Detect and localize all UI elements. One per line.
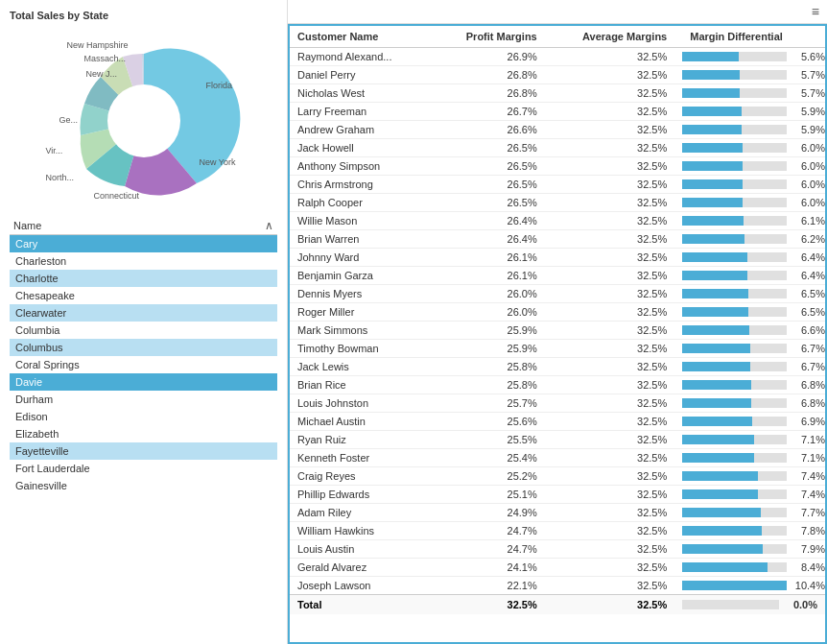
- table-body: Raymond Alexand... 26.9% 32.5% 5.6% Dani…: [290, 48, 825, 595]
- bar-fill: [682, 198, 743, 207]
- list-item[interactable]: Chesapeake: [10, 287, 277, 304]
- list-item[interactable]: Charleston: [10, 252, 277, 270]
- cell-avg: 32.5%: [545, 84, 675, 103]
- cell-avg: 32.5%: [545, 249, 675, 267]
- cell-avg: 32.5%: [545, 139, 675, 157]
- table-row: Brian Warren 26.4% 32.5% 6.2%: [290, 230, 825, 249]
- cell-name: Louis Johnston: [290, 394, 433, 413]
- cell-profit: 26.5%: [433, 139, 545, 157]
- bar-bg: [682, 307, 787, 317]
- bar-bg: [682, 52, 787, 61]
- cell-name: Brian Rice: [290, 376, 433, 394]
- table-row: Mark Simmons 25.9% 32.5% 6.6%: [290, 322, 825, 340]
- bar-bg: [682, 581, 787, 590]
- list-item[interactable]: Columbus: [10, 339, 277, 356]
- cell-diff: 5.9%: [674, 103, 825, 121]
- list-item[interactable]: Columbia: [10, 322, 277, 339]
- cell-avg: 32.5%: [545, 285, 675, 303]
- table-header-row: Customer Name Profit Margins Average Mar…: [290, 26, 825, 48]
- cell-profit: 25.7%: [433, 394, 545, 413]
- list-item[interactable]: Charlotte: [10, 270, 277, 287]
- diff-value: 6.0%: [791, 179, 825, 190]
- bar-fill: [682, 125, 742, 134]
- cell-avg: 32.5%: [545, 486, 675, 504]
- table-row: Willie Mason 26.4% 32.5% 6.1%: [290, 212, 825, 230]
- cell-name: Joseph Lawson: [290, 577, 433, 595]
- table-row: Benjamin Garza 26.1% 32.5% 6.4%: [290, 267, 825, 285]
- list-item[interactable]: Elizabeth: [10, 425, 277, 442]
- diff-value: 6.0%: [791, 160, 825, 172]
- table-row: Timothy Bowman 25.9% 32.5% 6.7%: [290, 340, 825, 358]
- bar-bg: [682, 252, 787, 262]
- list-item[interactable]: Davie: [10, 373, 277, 391]
- bar-bg: [682, 271, 787, 280]
- diff-value: 5.7%: [791, 69, 825, 81]
- cell-profit: 24.1%: [433, 559, 545, 577]
- label-new-jersey: New J...: [86, 69, 118, 79]
- table-row: Michael Austin 25.6% 32.5% 6.9%: [290, 413, 825, 431]
- bar-fill: [682, 526, 762, 536]
- cell-diff: 6.0%: [674, 157, 825, 176]
- list-item[interactable]: Gainesville: [10, 477, 277, 494]
- table-row: Kenneth Foster 25.4% 32.5% 7.1%: [290, 449, 825, 467]
- list-item[interactable]: Fort Lauderdale: [10, 460, 277, 477]
- bar-bg: [682, 471, 787, 481]
- list-item[interactable]: Coral Springs: [10, 356, 277, 373]
- diff-value: 6.2%: [791, 233, 825, 245]
- cell-diff: 6.8%: [674, 394, 825, 413]
- diff-value: 6.1%: [791, 215, 825, 227]
- cell-avg: 32.5%: [545, 48, 675, 66]
- bar-bg: [682, 107, 787, 116]
- list-item[interactable]: Edison: [10, 408, 277, 425]
- cell-profit: 26.1%: [433, 267, 545, 285]
- sort-icon[interactable]: ∧: [265, 219, 273, 232]
- table-row: Andrew Graham 26.6% 32.5% 5.9%: [290, 121, 825, 139]
- list-item[interactable]: Fayetteville: [10, 442, 277, 460]
- cell-avg: 32.5%: [545, 449, 675, 467]
- bar-bg: [682, 417, 787, 426]
- main-container: Total Sales by State: [0, 0, 827, 644]
- table-row: Craig Reyes 25.2% 32.5% 7.4%: [290, 467, 825, 486]
- cell-avg: 32.5%: [545, 176, 675, 194]
- label-virginia: Vir...: [46, 146, 63, 155]
- list-item[interactable]: Durham: [10, 391, 277, 408]
- hamburger-icon[interactable]: ≡: [812, 4, 819, 19]
- cell-avg: 32.5%: [545, 340, 675, 358]
- table-row: Adam Riley 24.9% 32.5% 7.7%: [290, 504, 825, 522]
- table-row: Raymond Alexand... 26.9% 32.5% 5.6%: [290, 48, 825, 66]
- city-list-scroll[interactable]: CaryCharlestonCharlotteChesapeakeClearwa…: [10, 235, 277, 634]
- cell-avg: 32.5%: [545, 322, 675, 340]
- svg-point-0: [107, 84, 180, 157]
- diff-value: 6.8%: [791, 379, 825, 391]
- bar-bg: [682, 344, 787, 353]
- cell-diff: 6.4%: [674, 249, 825, 267]
- cell-name: Michael Austin: [290, 413, 433, 431]
- diff-value: 6.7%: [791, 343, 825, 354]
- list-item[interactable]: Cary: [10, 235, 277, 252]
- cell-profit: 26.5%: [433, 194, 545, 212]
- cell-diff: 6.7%: [674, 358, 825, 376]
- cell-profit: 22.1%: [433, 577, 545, 595]
- list-item[interactable]: Clearwater: [10, 304, 277, 322]
- diff-value: 7.1%: [791, 452, 825, 464]
- cell-profit: 26.1%: [433, 249, 545, 267]
- bar-fill: [682, 289, 748, 298]
- cell-avg: 32.5%: [545, 559, 675, 577]
- diff-value: 5.9%: [791, 106, 825, 117]
- cell-avg: 32.5%: [545, 66, 675, 84]
- col-customer-name: Customer Name: [290, 26, 433, 48]
- cell-avg: 32.5%: [545, 504, 675, 522]
- cell-diff: 6.6%: [674, 322, 825, 340]
- diff-value: 10.4%: [791, 580, 825, 591]
- cell-profit: 25.9%: [433, 340, 545, 358]
- bar-bg: [682, 562, 787, 572]
- cell-avg: 32.5%: [545, 267, 675, 285]
- cell-name: Benjamin Garza: [290, 267, 433, 285]
- cell-diff: 5.6%: [674, 48, 825, 66]
- bar-fill: [682, 143, 743, 153]
- cell-profit: 25.9%: [433, 322, 545, 340]
- bar-bg: [682, 289, 787, 298]
- bar-bg: [682, 435, 787, 444]
- diff-value: 6.6%: [791, 324, 825, 336]
- cell-diff: 6.5%: [674, 303, 825, 322]
